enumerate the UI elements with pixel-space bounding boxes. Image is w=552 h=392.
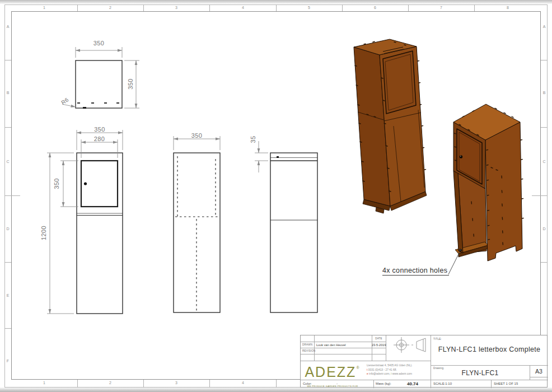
drawn-value: Luuk van den Heuvel [316,343,346,347]
zone-col-6-top: 6 [367,5,383,11]
zone-tick [143,380,144,388]
connection-holes-annotation: 4x connection holes [382,267,449,276]
dim-sideview-width: 350 [174,132,220,139]
dim-frontview-width: 350 [77,126,123,133]
page-edge-top [0,0,552,4]
adezz-logo: ADEZZ® WE PRODUCE GARDEN PRODUCTS FOR PR… [301,361,364,380]
zone-tick [541,60,548,60]
zone-tick [143,4,144,11]
zone-tick [77,380,78,388]
zone-col-1-bottom: 1 [36,380,53,386]
zone-tick [342,4,343,11]
dim-topview-height: 350 [127,67,134,101]
zone-row-e-left: E [4,293,11,298]
address-line3: e info@adezz.com, i www.adezz.com [367,372,429,376]
date-value: 23-5-2019 [372,343,386,347]
zone-row-d-right: D [541,226,548,232]
date-label: DATE [373,337,385,340]
zone-col-2-bottom: 2 [102,380,119,386]
zone-row-d-left: D [4,226,11,232]
zone-row-b-left: B [4,90,11,96]
zone-row-a-right: A [541,24,548,30]
page-edge-bottom [0,388,552,392]
registered-mark: ® [356,366,360,370]
zone-tick [4,127,11,128]
zone-tick [209,4,210,11]
zone-tick [77,4,78,11]
center-mark-right [532,195,548,196]
zone-tick [276,4,277,11]
dim-rearview-slot: 35 [250,123,256,156]
zone-col-4-top: 4 [235,5,251,11]
zone-tick [4,328,11,329]
color-value: - [301,382,373,385]
center-mark-left [4,195,20,196]
mass-value: 40.74 [395,381,431,386]
zone-row-c-left: C [4,159,11,165]
address-line1: Liessentstraat 4, 5405 AG Uden (NL). [367,363,429,368]
zone-col-3-top: 3 [168,5,185,11]
dim-frontview-door-width: 280 [78,136,120,142]
adezz-logo-text: ADEZZ® [305,364,360,380]
revision-label: REVISION [302,349,316,352]
zone-tick [276,380,277,388]
zone-row-f-left: F [4,358,11,364]
sheet-inner-frame [11,11,541,380]
zone-col-3-bottom: 3 [168,380,185,386]
drawing-number: FLYN-LFC1 [431,369,530,377]
projection-symbol-icon [386,335,431,361]
zone-col-8-top: 8 [499,5,516,11]
zone-col-1-top: 1 [36,5,53,11]
drawing-title: FLYN-LFC1 letterbox Complete [432,346,547,353]
zone-tick [408,4,409,11]
zone-tick [4,60,11,60]
sheet-value: SHEET 1 OF 15 [494,382,518,385]
zone-row-b-right: B [541,90,548,96]
adezz-address: Liessentstraat 4, 5405 AG Uden (NL). t 0… [367,363,429,376]
zone-tick [541,262,548,263]
zone-col-2-top: 2 [102,5,119,11]
zone-row-c-right: C [541,159,548,165]
scale-value: SCALE:1:10 [433,382,452,385]
title-block: DATE DRAWN Luuk van den Heuvel 23-5-2019… [300,335,548,388]
dim-frontview-height: 1200 [40,216,47,250]
zone-tick [541,127,548,128]
zone-row-a-left: A [4,24,11,30]
drawn-label: DRAWN [302,343,312,346]
zone-col-5-top: 5 [301,5,317,11]
mass-label: Mass (kg): [376,382,391,385]
title-label: TITLE: [433,338,442,340]
zone-col-4-bottom: 4 [235,380,251,386]
zone-tick [474,4,475,11]
address-line2: t 0031 (0)413 - 27 41 68. [367,368,429,372]
dim-frontview-door-height: 350 [53,167,60,200]
paper-size: A3 [530,368,548,375]
zone-tick [4,262,11,263]
dim-topview-width: 350 [76,40,122,46]
zone-col-7-top: 7 [433,5,450,11]
zone-tick [209,380,210,388]
